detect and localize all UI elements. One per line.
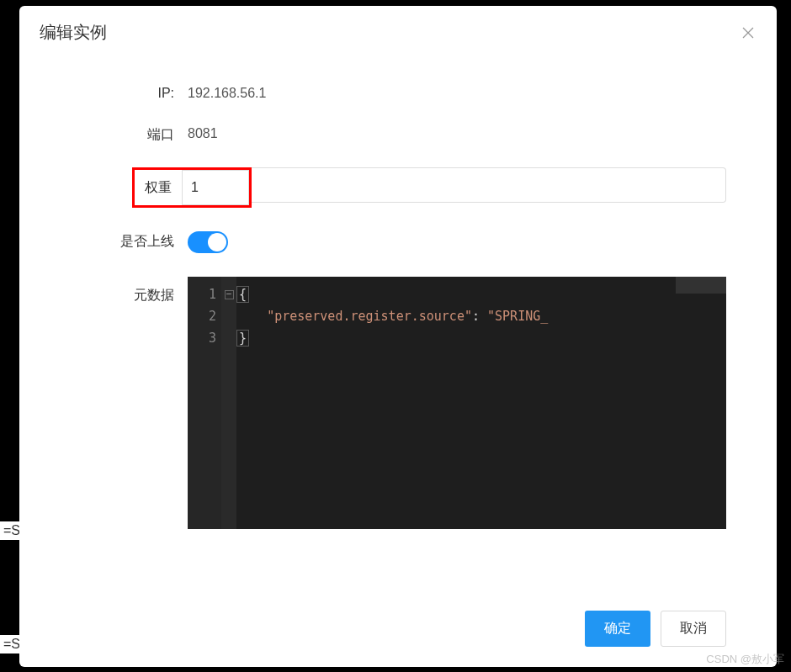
ip-label: IP: <box>70 84 188 101</box>
modal-body: IP: 192.168.56.1 端口 8081 权重 是否上线 元 <box>19 59 777 597</box>
online-row: 是否上线 <box>70 231 726 253</box>
weight-label: 权重 <box>135 171 182 205</box>
confirm-button[interactable]: 确定 <box>585 611 650 647</box>
code-fold-gutter: − <box>221 277 236 529</box>
fold-collapse-icon[interactable]: − <box>225 290 234 299</box>
weight-highlighted-box: 权重 <box>132 167 252 208</box>
watermark-text: CSDN @敖小军 <box>706 652 784 667</box>
metadata-row: 元数据 1 2 3 − { "preserved.register.source… <box>70 277 726 529</box>
json-key: "preserved.register.source" <box>267 309 472 324</box>
weight-input[interactable] <box>182 170 249 205</box>
close-button[interactable] <box>740 24 756 41</box>
editor-minimap[interactable] <box>676 277 726 294</box>
metadata-editor[interactable]: 1 2 3 − { "preserved.register.source": "… <box>188 277 726 529</box>
json-colon: : <box>472 309 487 324</box>
open-brace: { <box>236 286 249 303</box>
port-value: 8081 <box>188 124 218 141</box>
edit-instance-modal: 编辑实例 IP: 192.168.56.1 端口 8081 权重 是否上线 <box>19 6 777 667</box>
ip-value: 192.168.56.1 <box>188 84 266 101</box>
line-number: 1 <box>188 283 216 305</box>
close-icon <box>741 26 755 40</box>
modal-header: 编辑实例 <box>19 6 777 59</box>
cancel-button[interactable]: 取消 <box>661 611 726 647</box>
weight-row: 权重 <box>70 167 726 208</box>
ip-row: IP: 192.168.56.1 <box>70 84 726 101</box>
line-number: 3 <box>188 327 216 349</box>
modal-title: 编辑实例 <box>40 21 107 44</box>
code-content[interactable]: { "preserved.register.source": "SPRING_ … <box>236 283 726 349</box>
json-value: "SPRING_ <box>487 309 548 324</box>
toggle-knob <box>208 233 226 251</box>
line-number: 2 <box>188 305 216 327</box>
port-label: 端口 <box>70 124 188 144</box>
code-gutter: 1 2 3 <box>188 277 221 529</box>
weight-input-extension[interactable] <box>252 167 726 203</box>
online-label: 是否上线 <box>70 231 188 251</box>
metadata-label: 元数据 <box>70 277 188 304</box>
online-toggle[interactable] <box>188 231 228 253</box>
port-row: 端口 8081 <box>70 124 726 144</box>
modal-footer: 确定 取消 <box>19 597 777 667</box>
close-brace: } <box>236 330 249 347</box>
